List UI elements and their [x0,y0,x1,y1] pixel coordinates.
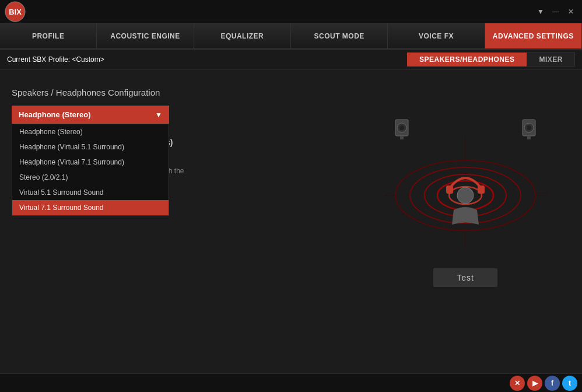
title-bar: BlX ▼ — ✕ [0,0,582,23]
nav-bar: PROFILE ACOUSTIC ENGINE EQUALIZER SCOUT … [0,23,582,50]
dropdown-list: Headphone (Stereo) Headphone (Virtual 5.… [12,124,169,216]
svg-point-21 [457,187,474,204]
nav-acoustic-engine[interactable]: ACOUSTIC ENGINE [97,23,194,48]
social-twitter-button[interactable]: t [562,376,577,391]
left-panel: Speakers / Headphones Configuration Head… [12,82,349,362]
test-button[interactable]: Test [433,268,497,287]
right-speaker-graphic [523,120,535,139]
close-btn[interactable]: ✕ [565,6,577,17]
sub-tabs: SPEAKERS/HEADPHONES MIXER [407,52,575,66]
profile-label: Current SBX Profile: [7,55,70,64]
option-stereo-20[interactable]: Stereo (2.0/2.1) [12,170,169,185]
nav-advanced-settings[interactable]: ADVANCED SETTINGS [485,23,582,48]
profile-info: Current SBX Profile: <Custom> [7,55,104,64]
svg-text:BlX: BlX [9,8,22,16]
social-facebook-button[interactable]: f [545,376,560,391]
option-virtual-51-surround[interactable]: Virtual 5.1 Surround Sound [12,185,169,200]
svg-point-17 [527,125,531,130]
dropdown-arrow-icon: ▼ [155,111,162,119]
speaker-visualization [378,88,553,262]
social-x-button[interactable]: ✕ [510,376,525,391]
option-virtual-71-surround[interactable]: Virtual 7.1 Surround Sound [12,200,169,215]
main-content: Speakers / Headphones Configuration Head… [0,70,582,373]
option-headphone-virtual-51[interactable]: Headphone (Virtual 5.1 Surround) [12,139,169,155]
blasterx-logo-icon: BlX [5,1,26,22]
right-panel: Test [360,82,570,362]
nav-voice-fx[interactable]: VOICE FX [388,23,485,48]
footer: ✕ ▶ f t [0,373,582,392]
option-headphone-virtual-71[interactable]: Headphone (Virtual 7.1 Surround) [12,155,169,170]
social-youtube-button[interactable]: ▶ [527,376,542,391]
sub-header: Current SBX Profile: <Custom> SPEAKERS/H… [0,50,582,70]
dropdown-btn[interactable]: ▼ [534,6,547,17]
svg-rect-19 [446,186,453,194]
tab-mixer[interactable]: MIXER [527,52,575,66]
nav-scout-mode[interactable]: SCOUT MODE [291,23,388,48]
nav-profile[interactable]: PROFILE [0,23,97,48]
app-logo: BlX [5,1,26,22]
svg-point-13 [399,125,404,130]
minimize-btn[interactable]: — [549,6,562,17]
nav-equalizer[interactable]: EQUALIZER [194,23,291,48]
headphone-config-dropdown[interactable]: Headphone (Stereo) ▼ Headphone (Stereo) … [12,106,169,124]
dropdown-selected-value[interactable]: Headphone (Stereo) ▼ [12,106,169,124]
surround-sound-svg [378,90,553,260]
svg-rect-14 [400,136,404,139]
tab-speakers-headphones[interactable]: SPEAKERS/HEADPHONES [407,52,527,66]
svg-rect-18 [527,136,531,139]
profile-value: <Custom> [72,55,104,64]
window-controls: ▼ — ✕ [534,6,577,17]
config-title: Speakers / Headphones Configuration [12,88,349,97]
svg-rect-20 [478,186,485,194]
left-speaker-graphic [395,120,408,139]
dropdown-current-label: Headphone (Stereo) [19,110,91,119]
option-headphone-stereo[interactable]: Headphone (Stereo) [12,124,169,139]
